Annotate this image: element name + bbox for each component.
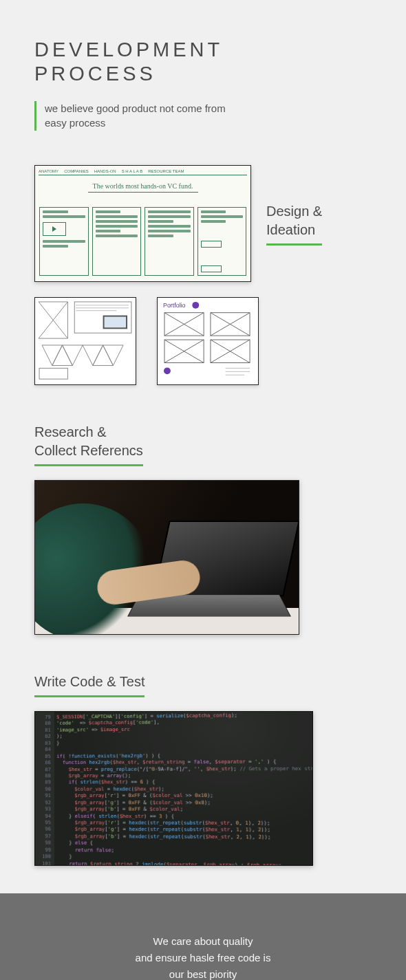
footer-banner: We care about quality and ensure hasle f… xyxy=(0,893,406,980)
design-heading: Design & Ideation xyxy=(266,202,322,246)
sketch-nav-item: S H A L A B xyxy=(122,169,142,173)
sketch-subtitle: The worlds most hands-on VC fund. xyxy=(35,182,250,193)
svg-point-30 xyxy=(164,367,171,374)
wireframe2-title: Portfolio xyxy=(163,302,186,309)
svg-point-17 xyxy=(192,302,199,309)
section-code: Write Code & Test 79 $_SESSION['_CAPTCHA… xyxy=(34,673,372,866)
research-heading-l2: Collect Referencs xyxy=(34,443,143,458)
wireframe-thumb-2: Portfolio xyxy=(157,297,259,385)
footer-line3: our best piority xyxy=(28,966,378,980)
footer-line2: and ensure hasle free code is xyxy=(28,950,378,966)
sketch-nav-item: COMPANIES xyxy=(64,169,89,173)
research-heading: Research & Collect Referencs xyxy=(34,423,143,466)
research-photo xyxy=(34,480,299,635)
design-heading-wrap: Design & Ideation xyxy=(266,202,322,246)
sketch-nav-item: RESOURCE TEAM xyxy=(148,169,184,173)
research-heading-l1: Research & xyxy=(34,424,107,439)
section-design: ANATOMY COMPANIES HANDS-ON S H A L A B R… xyxy=(34,165,372,385)
title-line1: DEVELOPMENT xyxy=(34,39,223,61)
design-heading-l1: Design & xyxy=(266,204,322,219)
section-research: Research & Collect Referencs xyxy=(34,423,372,635)
wireframe-thumb-1 xyxy=(34,297,136,385)
code-screenshot: 79 $_SESSION['_CAPTCHA']['config'] = ser… xyxy=(34,711,313,866)
sketch-wireframe-image: ANATOMY COMPANIES HANDS-ON S H A L A B R… xyxy=(34,165,251,282)
sketch-nav-item: HANDS-ON xyxy=(94,169,116,173)
tagline: we believe good product not come from ea… xyxy=(34,101,241,131)
code-heading: Write Code & Test xyxy=(34,673,145,697)
design-heading-l2: Ideation xyxy=(266,222,315,237)
sketch-nav-item: ANATOMY xyxy=(39,169,58,173)
page-title: DEVELOPMENT PROCESS xyxy=(34,38,372,86)
svg-rect-6 xyxy=(105,317,127,328)
footer-line1: We care about quality xyxy=(28,933,378,950)
title-line2: PROCESS xyxy=(34,63,156,85)
